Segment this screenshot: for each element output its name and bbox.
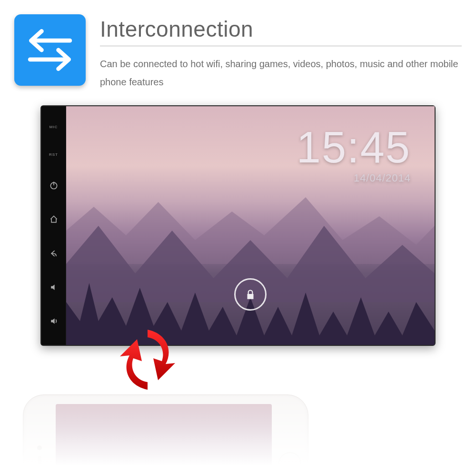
volume-up-button[interactable] <box>49 316 59 326</box>
header-text: Interconnection Can be connected to hot … <box>100 14 462 91</box>
feature-header: Interconnection Can be connected to hot … <box>0 0 476 96</box>
sync-arrows-icon <box>114 324 181 395</box>
device-area: MIC RST <box>0 105 476 346</box>
volume-down-button[interactable] <box>49 282 59 293</box>
smartphone: 15:45 14/04/2014 <box>23 394 308 465</box>
rst-label: RST <box>49 152 58 157</box>
lockscreen-clock: 15:45 14/04/2014 <box>297 125 411 184</box>
feature-description: Can be connected to hot wifi, sharing ga… <box>100 55 462 91</box>
phone-screen[interactable]: 15:45 14/04/2014 <box>56 404 272 465</box>
device-screen[interactable]: 15:45 14/04/2014 <box>66 106 435 345</box>
lock-icon[interactable] <box>234 278 267 311</box>
clock-date: 14/04/2014 <box>297 172 411 184</box>
front-camera-icon <box>37 445 42 450</box>
feature-title: Interconnection <box>100 16 462 46</box>
phone-home-zone <box>272 452 308 465</box>
swap-arrows-icon <box>14 14 86 86</box>
earpiece-speaker <box>38 456 41 465</box>
home-button[interactable] <box>278 452 301 465</box>
back-button[interactable] <box>49 248 59 259</box>
car-head-unit: MIC RST <box>40 105 436 346</box>
device-side-panel: MIC RST <box>41 106 66 345</box>
clock-time: 15:45 <box>297 125 411 169</box>
phone-earpiece-zone <box>23 445 56 465</box>
mic-label: MIC <box>50 125 58 129</box>
power-button[interactable] <box>49 180 59 191</box>
home-button[interactable] <box>49 214 59 224</box>
